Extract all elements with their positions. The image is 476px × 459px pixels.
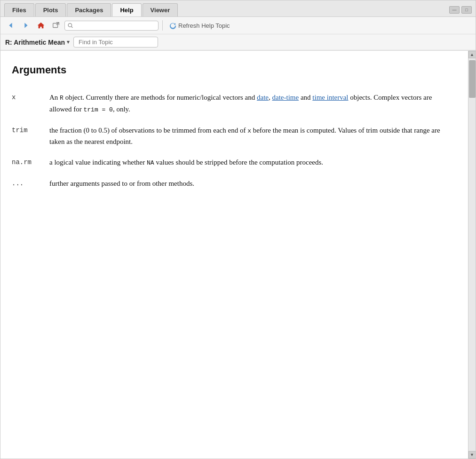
refresh-label: Refresh Help Topic	[178, 22, 230, 29]
code-r: R	[60, 95, 63, 102]
toolbar-separator	[162, 20, 163, 31]
topic-bar: R: Arithmetic Mean ▾	[0, 34, 476, 50]
search-box[interactable]	[64, 21, 159, 31]
topic-dropdown-chevron: ▾	[67, 39, 70, 45]
arg-name-dots: ...	[12, 173, 49, 194]
svg-line-4	[71, 26, 73, 28]
svg-marker-0	[38, 23, 44, 29]
link-date-time[interactable]: date-time	[272, 94, 299, 101]
home-icon	[37, 21, 45, 30]
arg-name-narm: na.rm	[12, 152, 49, 173]
tab-packages[interactable]: Packages	[67, 3, 111, 16]
args-table: x An R object. Currently there are metho…	[12, 87, 453, 194]
content-wrapper: Arguments x An R object. Currently there…	[0, 50, 476, 459]
window-controls: — □	[449, 6, 472, 16]
arg-name-x: x	[12, 87, 49, 120]
section-title: Arguments	[12, 62, 453, 78]
external-button[interactable]	[49, 19, 63, 32]
arg-desc-x: An R object. Currently there are methods…	[49, 87, 453, 120]
tab-files[interactable]: Files	[4, 3, 34, 16]
table-row: ... further arguments passed to or from …	[12, 173, 453, 194]
forward-icon	[22, 21, 30, 30]
table-row: x An R object. Currently there are metho…	[12, 87, 453, 120]
scrollbar-thumb[interactable]	[469, 60, 476, 98]
refresh-icon	[169, 22, 176, 29]
code-x: x	[247, 127, 251, 135]
arg-desc-trim: the fraction (0 to 0.5) of observations …	[49, 120, 453, 152]
help-content: Arguments x An R object. Currently there…	[0, 51, 468, 459]
topic-title[interactable]: R: Arithmetic Mean ▾	[5, 39, 70, 46]
tab-plots[interactable]: Plots	[35, 3, 66, 16]
table-row: na.rm a logical value indicating whether…	[12, 152, 453, 173]
scrollbar-down-button[interactable]: ▼	[468, 451, 476, 459]
back-icon	[7, 21, 15, 30]
forward-button[interactable]	[19, 19, 32, 32]
scrollbar-track: ▲ ▼	[468, 51, 476, 459]
svg-rect-1	[53, 24, 58, 28]
main-panel: Files Plots Packages Help Viewer — □	[0, 0, 476, 459]
arg-name-trim: trim	[12, 120, 49, 152]
link-time-interval[interactable]: time interval	[312, 94, 348, 101]
code-na: NA	[147, 159, 154, 166]
maximize-button[interactable]: □	[461, 6, 472, 14]
table-row: trim the fraction (0 to 0.5) of observat…	[12, 120, 453, 152]
search-icon	[68, 23, 73, 29]
arg-desc-dots: further arguments passed to or from othe…	[49, 173, 453, 194]
tab-help[interactable]: Help	[112, 3, 141, 16]
svg-point-3	[68, 23, 71, 26]
topic-title-text: R: Arithmetic Mean	[5, 39, 65, 46]
refresh-button[interactable]: Refresh Help Topic	[167, 21, 233, 31]
arg-desc-narm: a logical value indicating whether NA va…	[49, 152, 453, 173]
scrollbar-up-button[interactable]: ▲	[468, 51, 476, 58]
external-icon	[52, 21, 60, 30]
code-trim-zero: trim = 0	[83, 106, 112, 113]
tab-viewer[interactable]: Viewer	[143, 3, 178, 16]
back-button[interactable]	[4, 19, 17, 32]
toolbar: Refresh Help Topic	[0, 17, 476, 34]
minimize-button[interactable]: —	[449, 6, 460, 14]
tab-bar: Files Plots Packages Help Viewer — □	[0, 0, 476, 17]
find-in-topic-input[interactable]	[73, 37, 158, 47]
link-date[interactable]: date	[257, 94, 269, 101]
home-button[interactable]	[34, 19, 48, 32]
search-input[interactable]	[75, 22, 155, 29]
